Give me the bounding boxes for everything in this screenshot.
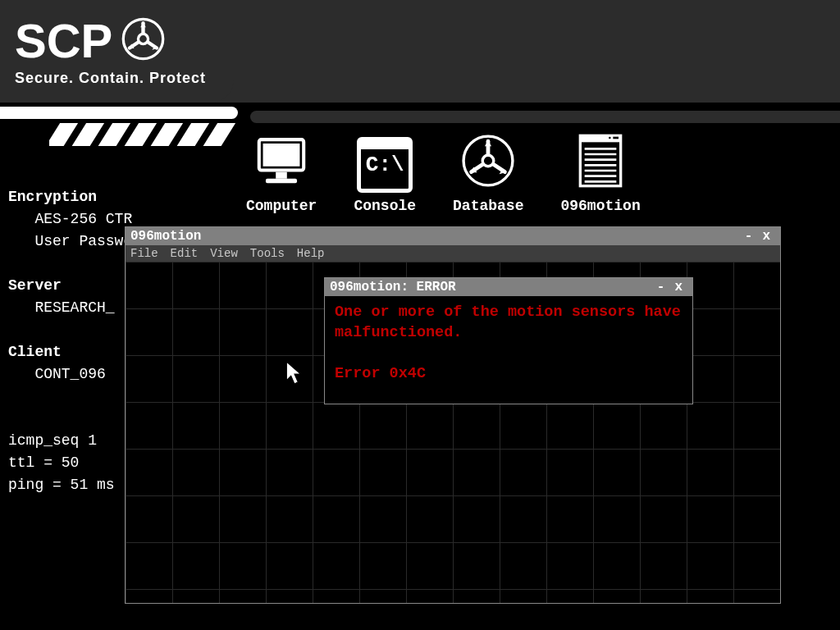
dialog-titlebar[interactable]: 096motion: ERROR - x [325,278,692,296]
icon-console-label: Console [354,198,416,214]
scp-logo-icon [121,16,166,66]
dialog-minimize-button[interactable]: - [652,280,670,294]
error-dialog: 096motion: ERROR - x One or more of the … [324,277,693,404]
icon-database-label: Database [453,198,523,214]
dialog-error-code: Error 0x4C [335,364,682,385]
svg-point-1 [139,34,148,43]
logo-text: SCP [15,17,112,65]
console-glyph: C:\ [366,153,404,177]
window-menubar: File Edit View Tools Help [126,245,780,262]
svg-rect-5 [266,179,297,183]
sidebar-encryption-alg: AES-256 CTR [34,211,132,227]
dialog-message: One or more of the motion sensors have m… [335,303,682,344]
svg-point-11 [609,137,611,139]
svg-point-7 [482,155,494,167]
window-minimize-button[interactable]: - [740,229,758,244]
sidebar-server-hdr: Server [8,277,62,294]
icon-console[interactable]: C:\ Console [354,137,416,214]
computer-icon [253,133,309,193]
sidebar-net-ping: ping = 51 ms [8,477,115,493]
logo-block: SCP Secure. Contain. Protect [0,0,234,103]
dialog-title: 096motion: ERROR [330,280,456,294]
sidebar-net-ttl: ttl = 50 [8,454,79,471]
icon-096motion[interactable]: 096motion [560,133,640,214]
menu-view[interactable]: View [210,247,238,260]
document-icon [576,133,625,193]
desktop-icons: Computer C:\ Console Database [246,133,641,214]
menu-edit[interactable]: Edit [171,247,199,260]
svg-rect-4 [276,172,287,179]
icon-096motion-label: 096motion [560,198,640,214]
dialog-close-button[interactable]: x [669,280,687,294]
window-close-button[interactable]: x [757,229,775,244]
dialog-body: One or more of the motion sensors have m… [325,296,692,391]
sidebar-client-val: CONT_096 [34,366,105,382]
menu-tools[interactable]: Tools [250,247,285,260]
svg-rect-10 [613,137,619,139]
window-titlebar[interactable]: 096motion - x [126,227,780,245]
console-icon: C:\ [357,137,413,193]
sidebar-net-icmp: icmp_seq 1 [8,432,97,449]
hazard-stripes [49,123,242,146]
icon-computer-label: Computer [246,198,317,214]
menu-file[interactable]: File [130,247,158,260]
decor-strip [250,111,840,123]
icon-computer[interactable]: Computer [246,133,317,214]
sidebar-client-hdr: Client [8,344,62,360]
window-title: 096motion [130,229,201,244]
menu-help[interactable]: Help [297,247,325,260]
icon-database[interactable]: Database [453,133,523,214]
sidebar-encryption-hdr: Encryption [8,189,97,205]
decor-stripe [0,107,238,119]
svg-rect-3 [263,144,300,167]
sidebar-server-val: RESEARCH_ [34,299,114,316]
logo-tagline: Secure. Contain. Protect [15,70,234,87]
database-icon [460,133,516,193]
